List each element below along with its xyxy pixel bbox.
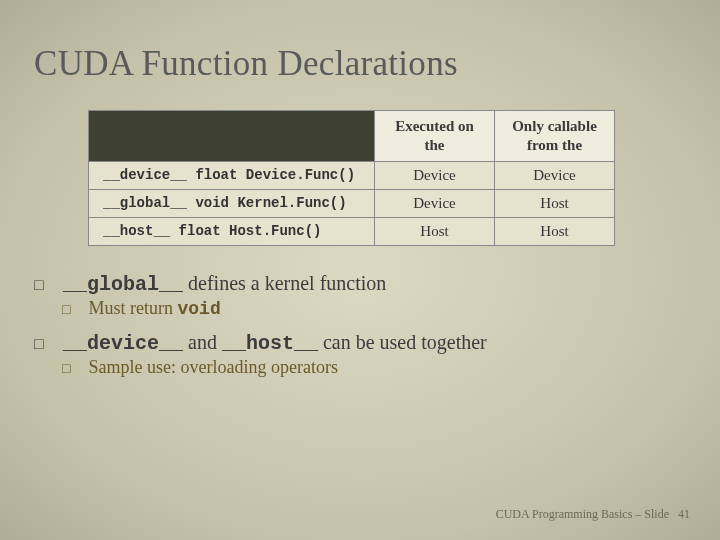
- code-void: void: [178, 299, 221, 319]
- footer: CUDA Programming Basics – Slide 41: [496, 507, 690, 522]
- page-title: CUDA Function Declarations: [34, 44, 686, 84]
- slide-number: 41: [678, 507, 690, 521]
- table-cell-decl: __host__ float Host.Func(): [89, 217, 375, 245]
- decl-rest: void Kernel.Func(): [187, 195, 347, 211]
- table-header-call: Only callable from the: [495, 111, 615, 162]
- table-cell-exec: Device: [375, 189, 495, 217]
- bullet-text: defines a kernel function: [183, 272, 386, 294]
- table-row: __device__ float Device.Func() Device De…: [89, 161, 615, 189]
- list-item: __global__ defines a kernel function Mus…: [34, 272, 686, 319]
- table-cell-exec: Host: [375, 217, 495, 245]
- code-global: __global__: [63, 273, 183, 296]
- sub-text: Must return: [89, 298, 178, 318]
- sub-text: Sample use: overloading operators: [89, 357, 338, 377]
- code-host: __host__: [222, 332, 318, 355]
- list-item: __device__ and __host__ can be used toge…: [34, 331, 686, 378]
- bullet-text: and: [183, 331, 222, 353]
- qualifier-text: __host__: [103, 223, 170, 239]
- bullet-text: can be used together: [318, 331, 487, 353]
- table-header-exec: Executed on the: [375, 111, 495, 162]
- qualifier-text: __global__: [103, 195, 187, 211]
- code-device: __device__: [63, 332, 183, 355]
- declarations-table: Executed on the Only callable from the _…: [88, 110, 615, 246]
- table-row: __global__ void Kernel.Func() Device Hos…: [89, 189, 615, 217]
- decl-rest: float Device.Func(): [187, 167, 355, 183]
- footer-label: CUDA Programming Basics – Slide: [496, 507, 669, 521]
- table-cell-decl: __global__ void Kernel.Func(): [89, 189, 375, 217]
- qualifier-text: __device__: [103, 167, 187, 183]
- bullet-list: __global__ defines a kernel function Mus…: [34, 272, 686, 378]
- table-cell-exec: Device: [375, 161, 495, 189]
- list-item: Must return void: [62, 298, 686, 319]
- list-item: Sample use: overloading operators: [62, 357, 686, 378]
- table-cell-decl: __device__ float Device.Func(): [89, 161, 375, 189]
- table-row: __host__ float Host.Func() Host Host: [89, 217, 615, 245]
- table-cell-call: Host: [495, 189, 615, 217]
- table-cell-call: Device: [495, 161, 615, 189]
- table-header-row: Executed on the Only callable from the: [89, 111, 615, 162]
- table-cell-call: Host: [495, 217, 615, 245]
- table-header-blank: [89, 111, 375, 162]
- decl-rest: float Host.Func(): [170, 223, 321, 239]
- slide: CUDA Function Declarations Executed on t…: [0, 0, 720, 420]
